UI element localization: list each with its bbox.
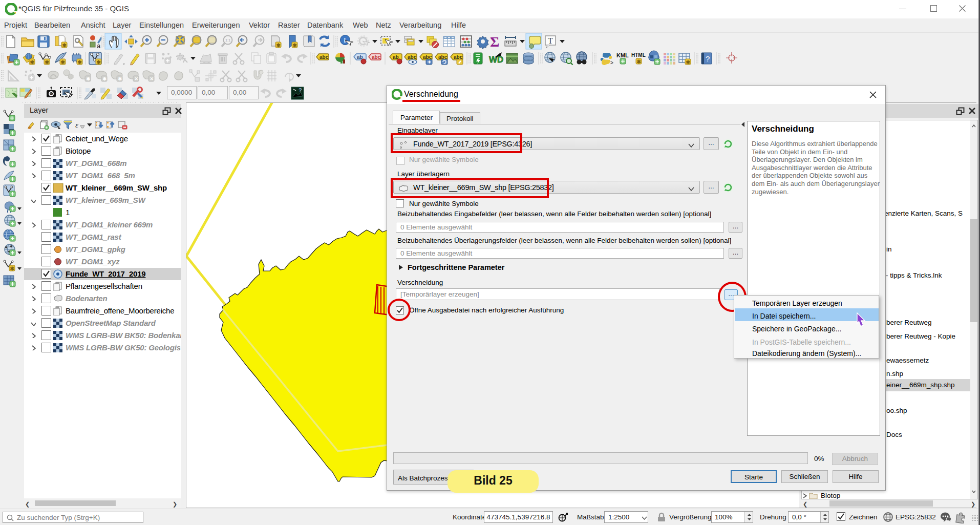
svg-text:a: a [97,42,101,50]
svg-text:✕: ✕ [150,76,154,81]
svg-text:✱: ✱ [10,266,15,271]
svg-text:ab: ab [393,54,399,60]
svg-text:✱: ✱ [62,43,67,48]
svg-text:Σ: Σ [490,34,499,50]
svg-text:1:1: 1:1 [225,38,230,43]
svg-text:✱: ✱ [293,43,297,48]
svg-text:abc: abc [372,54,381,60]
svg-text:?: ? [299,87,302,93]
svg-text:☊: ☊ [50,93,52,96]
svg-text:✱: ✱ [87,76,91,81]
svg-text:✱: ✱ [61,59,66,65]
svg-text:>: > [610,60,613,66]
svg-text:✱: ✱ [45,59,50,65]
svg-text:✱: ✱ [118,76,122,81]
svg-text:✱: ✱ [97,59,101,65]
svg-text:✱: ✱ [78,59,82,65]
svg-text:KML: KML [616,52,629,58]
svg-text:abc: abc [408,54,417,60]
svg-text:abc: abc [423,54,432,60]
svg-text:T: T [548,36,553,45]
svg-text:?: ? [706,54,710,63]
svg-text:✱: ✱ [276,43,281,48]
svg-text:✕: ✕ [135,76,139,81]
svg-text:abc: abc [454,54,463,60]
svg-text:abc: abc [438,54,448,60]
svg-text:abc: abc [319,54,329,60]
svg-text:✱: ✱ [30,59,35,65]
svg-text:✱: ✱ [686,59,691,65]
svg-text:HTML: HTML [631,52,646,58]
svg-text:✱: ✱ [103,76,107,81]
svg-text:ε: ε [75,121,78,129]
svg-text:ab: ab [357,54,363,60]
svg-text:✱: ✱ [637,59,642,65]
